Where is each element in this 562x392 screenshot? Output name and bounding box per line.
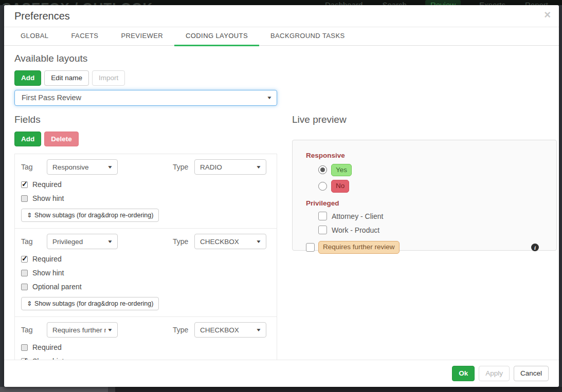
preview-checkbox-attorney-client: Attorney - Client bbox=[306, 212, 543, 220]
tab-background-tasks[interactable]: BACKGROUND TASKS bbox=[259, 27, 356, 46]
app-logo: CASEFOX / OUTLOOK bbox=[2, 0, 153, 5]
modal-title: Preferences bbox=[14, 10, 70, 22]
caret-down-icon: ▼ bbox=[107, 327, 113, 332]
required-checkbox[interactable] bbox=[21, 181, 28, 188]
checkbox-label: Required bbox=[32, 180, 62, 189]
required-option: Required bbox=[21, 343, 270, 351]
type-select[interactable]: RADIO ▼ bbox=[194, 159, 266, 175]
live-preview-card: Responsive Yes No Privileged Attorney - … bbox=[292, 140, 557, 251]
show-hint-checkbox[interactable] bbox=[21, 195, 28, 202]
nav-item-report[interactable]: Report bbox=[524, 0, 549, 5]
layouts-toolbar: Add Edit name Import bbox=[14, 70, 549, 86]
caret-down-icon: ▼ bbox=[256, 239, 262, 244]
show-hint-option: Show hint bbox=[21, 194, 270, 202]
type-label: Type bbox=[173, 326, 194, 334]
updown-sort-icon: ⇕ bbox=[27, 212, 32, 219]
preview-checkbox-work-product: Work - Product bbox=[306, 226, 543, 234]
preview-group-label-responsive: Responsive bbox=[306, 152, 543, 159]
tag-select[interactable]: Responsive ▼ bbox=[47, 159, 118, 175]
tag-select[interactable]: Requires further review ▼ bbox=[47, 322, 118, 338]
requires-further-review-checkbox[interactable] bbox=[306, 243, 315, 252]
background-page-header: CASEFOX / OUTLOOK Dashboard Search Revie… bbox=[0, 0, 562, 5]
tag-select-value: Privileged bbox=[52, 238, 106, 246]
tag-select[interactable]: Privileged ▼ bbox=[47, 234, 118, 249]
nav-item-dashboard[interactable]: Dashboard bbox=[324, 0, 364, 5]
fields-heading: Fields bbox=[14, 114, 277, 125]
fields-toolbar: Add Delete bbox=[14, 132, 277, 147]
checkbox-label: Optional parent bbox=[32, 283, 82, 291]
edit-name-button[interactable]: Edit name bbox=[44, 70, 89, 86]
live-preview-column: Live preview Responsive Yes No Privilege… bbox=[292, 114, 557, 360]
field-card-responsive: Tag Responsive ▼ Type RADIO ▼ bbox=[14, 154, 277, 229]
type-label: Type bbox=[173, 237, 194, 246]
tag-type-row: Tag Requires further review ▼ Type CHECK… bbox=[21, 322, 270, 338]
tag-label: Tag bbox=[21, 326, 47, 334]
nav-item-experts[interactable]: Experts bbox=[478, 0, 506, 5]
checkbox-label: Required bbox=[32, 255, 62, 263]
tag-select-value: Requires further review bbox=[52, 326, 106, 334]
chip-no[interactable]: No bbox=[331, 180, 349, 193]
type-select-value: CHECKBOX bbox=[200, 326, 255, 334]
type-label: Type bbox=[173, 163, 194, 171]
caret-down-icon: ▼ bbox=[107, 239, 113, 244]
fields-column: Fields Add Delete Tag Responsive ▼ bbox=[14, 114, 277, 360]
show-hint-checkbox[interactable] bbox=[21, 270, 28, 276]
preview-requires-further-review-row: Requires further review i bbox=[306, 241, 543, 254]
cancel-button[interactable]: Cancel bbox=[514, 366, 549, 381]
checkbox-label: Required bbox=[32, 343, 62, 351]
required-option: Required bbox=[21, 255, 270, 263]
tab-coding-layouts[interactable]: CODING LAYOUTS bbox=[174, 27, 259, 46]
work-product-checkbox[interactable] bbox=[318, 226, 327, 234]
optional-parent-checkbox[interactable] bbox=[21, 284, 28, 290]
background-divider-strip bbox=[108, 387, 115, 392]
field-cards: Tag Responsive ▼ Type RADIO ▼ bbox=[14, 154, 277, 360]
radio-yes[interactable] bbox=[318, 165, 327, 174]
tag-label: Tag bbox=[21, 163, 47, 171]
optional-parent-option: Optional parent bbox=[21, 283, 270, 291]
live-preview-heading: Live preview bbox=[292, 114, 557, 125]
close-icon[interactable]: × bbox=[544, 9, 551, 21]
layout-select-value: First Pass Review bbox=[20, 94, 265, 102]
required-checkbox[interactable] bbox=[21, 344, 28, 351]
show-subtags-button[interactable]: ⇕ Show subtags (for drag&drop re-orderin… bbox=[21, 209, 159, 222]
field-card-privileged: Tag Privileged ▼ Type CHECKBOX ▼ bbox=[14, 228, 277, 317]
field-card-requires-further-review: Tag Requires further review ▼ Type CHECK… bbox=[14, 316, 277, 360]
caret-down-icon: ▼ bbox=[256, 164, 262, 170]
show-hint-checkbox[interactable] bbox=[21, 358, 28, 360]
ok-button[interactable]: Ok bbox=[452, 366, 475, 381]
nav-item-review[interactable]: Review bbox=[425, 0, 461, 5]
checkbox-label: Attorney - Client bbox=[332, 212, 383, 220]
required-checkbox[interactable] bbox=[21, 256, 28, 263]
apply-button[interactable]: Apply bbox=[479, 366, 510, 381]
tag-type-row: Tag Privileged ▼ Type CHECKBOX ▼ bbox=[21, 234, 270, 249]
layout-select[interactable]: First Pass Review ▼ bbox=[14, 90, 277, 106]
attorney-client-checkbox[interactable] bbox=[318, 212, 327, 220]
add-layout-button[interactable]: Add bbox=[14, 70, 41, 86]
radio-no[interactable] bbox=[318, 182, 327, 191]
caret-down-icon: ▼ bbox=[107, 164, 113, 170]
tab-previewer[interactable]: PREVIEWER bbox=[110, 27, 174, 46]
caret-down-icon: ▼ bbox=[256, 327, 262, 332]
background-sidebar-strip bbox=[0, 387, 108, 392]
tab-facets[interactable]: FACETS bbox=[60, 27, 110, 46]
tab-global[interactable]: GLOBAL bbox=[9, 27, 60, 46]
modal-body: Available layouts Add Edit name Import F… bbox=[4, 46, 559, 360]
type-select[interactable]: CHECKBOX ▼ bbox=[194, 234, 266, 249]
import-button[interactable]: Import bbox=[92, 70, 125, 86]
background-nav: Dashboard Search Review Experts Report bbox=[324, 0, 549, 5]
preview-group-label-privileged: Privileged bbox=[306, 199, 543, 207]
preview-radio-option-yes: Yes bbox=[306, 164, 543, 177]
type-select-value: RADIO bbox=[200, 163, 255, 171]
nav-item-search[interactable]: Search bbox=[381, 0, 408, 5]
chip-requires-further-review[interactable]: Requires further review bbox=[318, 241, 400, 254]
add-field-button[interactable]: Add bbox=[14, 132, 41, 147]
info-icon[interactable]: i bbox=[531, 244, 539, 251]
show-subtags-button[interactable]: ⇕ Show subtags (for drag&drop re-orderin… bbox=[21, 297, 159, 310]
type-select[interactable]: CHECKBOX ▼ bbox=[194, 322, 266, 338]
caret-down-icon: ▼ bbox=[266, 95, 273, 100]
preview-radio-option-no: No bbox=[306, 180, 543, 193]
delete-field-button[interactable]: Delete bbox=[44, 132, 79, 147]
chip-yes[interactable]: Yes bbox=[331, 164, 352, 177]
show-hint-option: Show hint bbox=[21, 269, 270, 277]
show-subtags-label: Show subtags (for drag&drop re-ordering) bbox=[34, 300, 153, 307]
